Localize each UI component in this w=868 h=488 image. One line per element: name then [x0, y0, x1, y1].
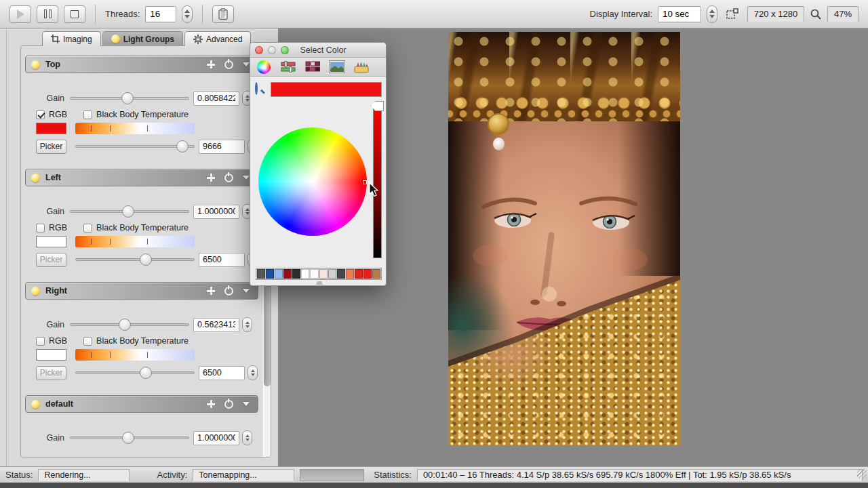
color-wheel-mode-button[interactable] [256, 60, 272, 74]
stepper-down-icon[interactable] [184, 15, 190, 18]
image-palettes-mode-button[interactable] [329, 60, 345, 74]
stepper-up-icon[interactable] [245, 95, 250, 98]
temperature-stepper[interactable] [248, 365, 258, 380]
threads-input[interactable] [145, 6, 176, 22]
stepper-up-icon[interactable] [245, 208, 250, 211]
palette-swatch[interactable] [319, 269, 328, 279]
color-sliders-mode-button[interactable] [280, 60, 296, 74]
color-palettes-mode-button[interactable] [304, 60, 321, 74]
palette-swatch[interactable] [292, 269, 300, 279]
power-toggle-button[interactable] [222, 58, 235, 70]
temperature-value-input[interactable] [199, 366, 245, 380]
gain-stepper[interactable] [242, 430, 252, 445]
zoom-button[interactable] [281, 46, 289, 54]
temperature-value-input[interactable] [199, 253, 245, 267]
window-resize-grip[interactable] [857, 469, 867, 479]
copy-to-clipboard-button[interactable] [212, 5, 234, 23]
palette-swatch[interactable] [346, 269, 354, 279]
gain-value-input[interactable] [193, 431, 239, 445]
display-interval-stepper[interactable] [707, 5, 717, 23]
picker-button[interactable]: Picker [36, 253, 66, 267]
palette-swatch[interactable] [275, 269, 283, 279]
power-toggle-button[interactable] [222, 171, 235, 184]
collapse-button[interactable] [240, 398, 252, 410]
collapse-button[interactable] [240, 285, 252, 297]
stepper-down-icon[interactable] [251, 373, 255, 376]
light-group-header[interactable]: default [25, 395, 258, 413]
palette-swatch[interactable] [337, 269, 345, 279]
color-search-button[interactable] [255, 83, 267, 95]
group-color-swatch[interactable] [36, 349, 66, 361]
palette-swatch[interactable] [310, 269, 318, 279]
tab-advanced[interactable]: Advanced [184, 31, 251, 46]
temperature-slider-thumb[interactable] [140, 367, 152, 379]
gain-slider[interactable] [70, 436, 189, 439]
gain-slider[interactable] [70, 210, 189, 213]
gain-value-input[interactable] [193, 318, 239, 332]
palette-swatch[interactable] [257, 269, 265, 279]
stepper-down-icon[interactable] [245, 212, 250, 215]
stepper-up-icon[interactable] [245, 434, 250, 437]
stepper-down-icon[interactable] [245, 99, 250, 102]
minimize-button[interactable] [268, 46, 276, 54]
gain-slider-thumb[interactable] [122, 205, 134, 218]
bbt-checkbox[interactable] [83, 337, 92, 346]
palette-swatch[interactable] [328, 269, 336, 279]
temperature-slider[interactable] [75, 258, 195, 261]
stepper-down-icon[interactable] [245, 325, 250, 328]
rgb-checkbox[interactable] [36, 337, 45, 346]
resize-render-icon[interactable] [726, 7, 739, 21]
display-interval-input[interactable] [658, 6, 701, 22]
group-color-swatch[interactable] [36, 236, 66, 247]
bbt-checkbox[interactable] [83, 224, 92, 232]
temperature-slider-thumb[interactable] [176, 140, 189, 152]
power-toggle-button[interactable] [222, 398, 235, 410]
add-light-group-button[interactable] [205, 398, 217, 410]
gain-slider[interactable] [70, 97, 189, 100]
gain-slider-thumb[interactable] [122, 432, 134, 444]
gain-slider[interactable] [70, 323, 189, 326]
gain-value-input[interactable] [193, 205, 239, 219]
crayons-mode-button[interactable] [353, 60, 370, 74]
rgb-checkbox[interactable] [36, 224, 45, 232]
temperature-slider[interactable] [75, 145, 195, 148]
play-button[interactable] [9, 5, 31, 23]
stop-button[interactable] [64, 5, 85, 23]
tab-imaging[interactable]: Imaging [42, 31, 101, 46]
stepper-down-icon[interactable] [709, 15, 715, 18]
threads-stepper[interactable] [182, 5, 193, 23]
stepper-down-icon[interactable] [245, 439, 250, 441]
rgb-checkbox[interactable] [36, 110, 45, 119]
light-group-header[interactable]: Left [25, 169, 258, 186]
pause-button[interactable] [37, 5, 58, 23]
temperature-slider[interactable] [75, 371, 195, 374]
power-toggle-button[interactable] [222, 285, 235, 297]
zoom-magnifier-icon[interactable] [810, 8, 822, 20]
tab-light-groups[interactable]: Light Groups [102, 31, 183, 46]
dialog-titlebar[interactable]: Select Color [250, 43, 386, 58]
close-button[interactable] [255, 46, 263, 54]
stepper-up-icon[interactable] [184, 9, 190, 13]
palette-swatch[interactable] [266, 269, 274, 279]
color-wheel-selection-marker[interactable] [363, 180, 367, 184]
temperature-slider-thumb[interactable] [140, 253, 152, 266]
light-group-header[interactable]: Right [25, 282, 258, 300]
palette-swatch[interactable] [283, 269, 292, 279]
palette-swatch[interactable] [301, 269, 309, 279]
picker-button[interactable]: Picker [36, 140, 66, 154]
palette-swatch[interactable] [372, 269, 380, 279]
palette-swatch[interactable] [355, 269, 363, 279]
temperature-value-input[interactable] [199, 140, 245, 154]
picker-button[interactable]: Picker [36, 366, 66, 380]
stepper-up-icon[interactable] [251, 369, 255, 372]
swatch-drawer-handle[interactable] [316, 281, 323, 285]
gain-slider-thumb[interactable] [121, 92, 134, 104]
bbt-checkbox[interactable] [83, 110, 92, 119]
gain-stepper[interactable] [242, 317, 252, 332]
group-color-swatch[interactable] [36, 123, 66, 134]
light-group-header[interactable]: Top [25, 56, 258, 73]
add-light-group-button[interactable] [205, 285, 217, 297]
palette-swatch[interactable] [363, 269, 372, 279]
stepper-up-icon[interactable] [709, 9, 715, 13]
gain-value-input[interactable] [193, 92, 239, 106]
